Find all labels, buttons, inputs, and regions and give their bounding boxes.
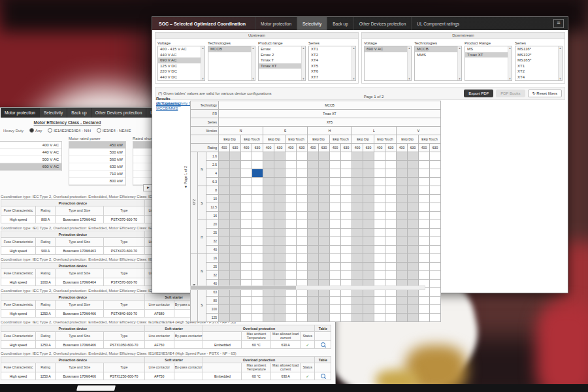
matrix-cell[interactable] bbox=[408, 169, 419, 178]
matrix-cell[interactable] bbox=[430, 263, 441, 271]
matrix-cell[interactable] bbox=[263, 178, 274, 186]
matrix-cell[interactable] bbox=[341, 152, 352, 161]
matrix-cell[interactable] bbox=[252, 271, 263, 280]
matrix-cell[interactable] bbox=[363, 220, 374, 229]
matrix-cell[interactable] bbox=[419, 297, 430, 305]
matrix-cell[interactable] bbox=[297, 229, 308, 237]
matrix-cell[interactable] bbox=[352, 297, 363, 305]
matrix-cell[interactable] bbox=[297, 314, 308, 322]
matrix-cell[interactable] bbox=[263, 271, 274, 280]
matrix-cell[interactable] bbox=[319, 178, 330, 186]
matrix-cell[interactable] bbox=[263, 169, 274, 178]
matrix-cell[interactable] bbox=[363, 237, 374, 246]
matrix-cell[interactable] bbox=[274, 305, 286, 314]
matrix-cell[interactable] bbox=[363, 178, 374, 186]
matrix-cell[interactable] bbox=[308, 203, 319, 212]
matrix-cell[interactable] bbox=[286, 195, 297, 203]
matrix-cell[interactable] bbox=[263, 195, 274, 203]
matrix-cell[interactable] bbox=[219, 178, 230, 186]
matrix-cell[interactable] bbox=[352, 178, 363, 186]
matrix-cell[interactable] bbox=[319, 203, 330, 212]
matrix-cell[interactable] bbox=[419, 203, 430, 212]
matrix-cell[interactable] bbox=[385, 178, 397, 186]
list-option[interactable]: MCCB bbox=[415, 46, 461, 52]
matrix-cell[interactable] bbox=[263, 212, 274, 220]
list-option[interactable]: XT2 bbox=[515, 69, 562, 74]
matrix-cell[interactable] bbox=[341, 212, 352, 220]
matrix-cell[interactable] bbox=[385, 271, 397, 280]
matrix-cell[interactable] bbox=[263, 152, 274, 161]
matrix-cell[interactable] bbox=[252, 186, 263, 195]
matrix-cell[interactable] bbox=[374, 178, 385, 186]
matrix-cell[interactable] bbox=[297, 203, 308, 212]
list-option[interactable]: MS bbox=[465, 46, 512, 52]
matrix-cell[interactable] bbox=[319, 237, 330, 246]
matrix-cell[interactable] bbox=[385, 203, 397, 212]
radio-option-ie3-ie4-ne-he[interactable]: IE3/IE4 - NE/HE bbox=[97, 128, 131, 133]
matrix-cell[interactable] bbox=[308, 305, 319, 314]
list-option[interactable]: 440 V AC bbox=[158, 52, 204, 58]
matrix-cell[interactable] bbox=[408, 152, 419, 161]
scroll-up-icon[interactable]: ▲ bbox=[559, 46, 562, 50]
matrix-cell[interactable] bbox=[408, 254, 419, 263]
matrix-cell[interactable] bbox=[341, 178, 352, 186]
matrix-cell[interactable] bbox=[330, 229, 341, 237]
matrix-cell[interactable] bbox=[352, 152, 363, 161]
list-option[interactable]: Tmax XT bbox=[465, 52, 512, 58]
tab-other-devices-protection[interactable]: Other Devices protection bbox=[353, 17, 412, 30]
list-option[interactable]: XT1 bbox=[309, 46, 355, 52]
matrix-cell[interactable] bbox=[219, 220, 230, 229]
matrix-cell[interactable] bbox=[397, 195, 408, 203]
results-link-mccb-mccb[interactable]: MCCB/MCCB bbox=[156, 102, 185, 106]
matrix-cell[interactable] bbox=[385, 237, 397, 246]
list-option[interactable]: XT5 bbox=[309, 63, 355, 69]
matrix-cell[interactable] bbox=[219, 195, 230, 203]
matrix-cell[interactable] bbox=[385, 246, 397, 254]
matrix-cell[interactable] bbox=[319, 195, 330, 203]
matrix-cell[interactable] bbox=[297, 263, 308, 271]
matrix-cell[interactable] bbox=[274, 220, 286, 229]
matrix-cell[interactable] bbox=[241, 220, 252, 229]
matrix-cell[interactable] bbox=[408, 203, 419, 212]
matrix-cell[interactable] bbox=[241, 186, 252, 195]
matrix-cell[interactable] bbox=[297, 297, 308, 305]
matrix-cell[interactable] bbox=[397, 237, 408, 246]
matrix-cell[interactable] bbox=[430, 169, 441, 178]
matrix-cell[interactable] bbox=[274, 186, 286, 195]
matrix-cell[interactable] bbox=[430, 229, 441, 237]
matrix-cell[interactable] bbox=[363, 314, 374, 322]
matrix-cell[interactable] bbox=[408, 195, 419, 203]
matrix-cell[interactable] bbox=[230, 246, 241, 254]
matrix-cell[interactable] bbox=[274, 161, 286, 169]
matrix-cell[interactable] bbox=[274, 271, 286, 280]
matrix-cell[interactable] bbox=[297, 186, 308, 195]
matrix-cell[interactable] bbox=[374, 297, 385, 305]
matrix-cell[interactable] bbox=[419, 263, 430, 271]
matrix-cell[interactable] bbox=[363, 297, 374, 305]
matrix-cell[interactable] bbox=[341, 254, 352, 263]
matrix-cell[interactable] bbox=[385, 229, 397, 237]
matrix-cell[interactable] bbox=[319, 169, 330, 178]
matrix-cell[interactable] bbox=[241, 246, 252, 254]
matrix-cell[interactable] bbox=[286, 212, 297, 220]
matrix-cell[interactable] bbox=[286, 229, 297, 237]
matrix-cell[interactable] bbox=[308, 314, 319, 322]
matrix-cell[interactable] bbox=[263, 203, 274, 212]
scroll-up-icon[interactable]: ▲ bbox=[408, 46, 411, 50]
matrix-cell[interactable] bbox=[286, 169, 297, 178]
listbox-scrollbar[interactable]: ▲▼ bbox=[457, 46, 461, 80]
matrix-cell[interactable] bbox=[430, 297, 441, 305]
matrix-cell[interactable] bbox=[374, 254, 385, 263]
list-option[interactable]: 690 V AC bbox=[158, 57, 204, 63]
matrix-cell[interactable] bbox=[385, 152, 397, 161]
radio-option-any[interactable]: Any bbox=[29, 128, 42, 133]
matrix-cell[interactable] bbox=[230, 314, 241, 322]
matrix-cell[interactable] bbox=[274, 212, 286, 220]
matrix-cell[interactable] bbox=[297, 237, 308, 246]
matrix-cell[interactable] bbox=[241, 152, 252, 161]
listbox-scrollbar[interactable]: ▲▼ bbox=[558, 46, 562, 80]
matrix-cell[interactable] bbox=[408, 314, 419, 322]
matrix-cell[interactable] bbox=[219, 203, 230, 212]
matrix-cell[interactable] bbox=[297, 152, 308, 161]
matrix-cell[interactable] bbox=[385, 186, 397, 195]
